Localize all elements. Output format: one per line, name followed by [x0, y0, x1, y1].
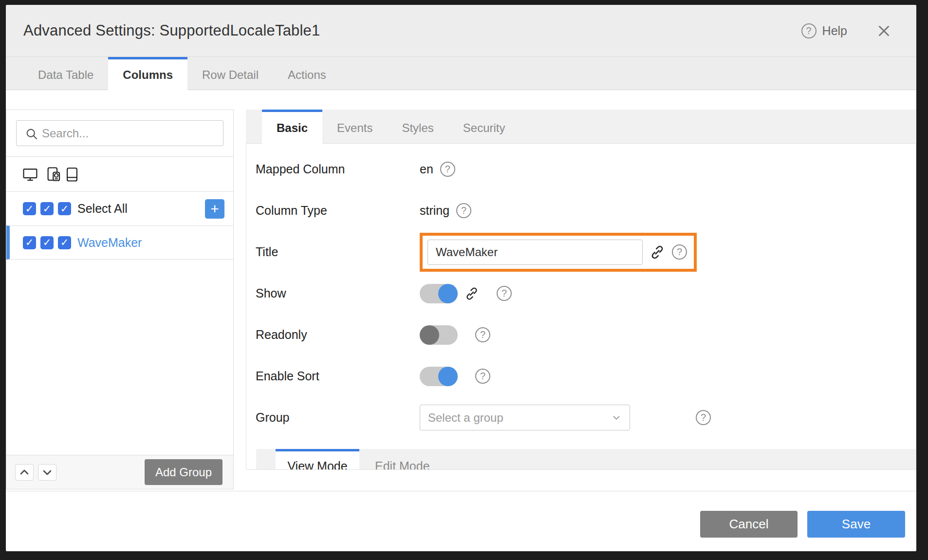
search-wrap — [6, 110, 233, 156]
tab-basic[interactable]: Basic — [262, 110, 322, 144]
tab-actions[interactable]: Actions — [273, 57, 341, 90]
properties-tabbar: Basic Events Styles Security — [246, 110, 916, 144]
field-label: Title — [256, 245, 420, 259]
checkbox-desktop-wavemaker[interactable] — [23, 236, 36, 249]
dialog-header: Advanced Settings: SupportedLocaleTable1… — [6, 5, 916, 56]
field-group: Group Select a group ? — [256, 397, 916, 438]
field-readonly: Readonly ? — [256, 314, 916, 355]
title-input[interactable] — [427, 240, 643, 265]
help-icon[interactable]: ? — [801, 23, 817, 38]
column-row-label: WaveMaker — [77, 236, 142, 250]
field-mapped-column: Mapped Column en ? — [256, 149, 916, 190]
enable-sort-toggle[interactable] — [420, 367, 458, 386]
help-label[interactable]: Help — [822, 24, 847, 38]
field-label: Mapped Column — [256, 162, 420, 176]
save-button[interactable]: Save — [807, 511, 905, 538]
tab-edit-mode[interactable]: Edit Mode — [359, 449, 445, 470]
dialog-tabbar: Data Table Columns Row Detail Actions — [6, 56, 916, 90]
checkbox-mobile-select-all[interactable] — [58, 202, 71, 215]
checkbox-tablet-wavemaker[interactable] — [40, 236, 54, 249]
column-properties-panel: Basic Events Styles Security Mapped Colu… — [246, 110, 916, 470]
header-actions: ? Help — [801, 23, 891, 38]
checkbox-desktop-select-all[interactable] — [23, 202, 36, 215]
tab-events[interactable]: Events — [322, 110, 387, 144]
select-all-label: Select All — [77, 202, 128, 216]
column-type-value: string — [420, 204, 449, 218]
mapped-column-value: en — [420, 162, 433, 176]
help-icon[interactable]: ? — [672, 244, 687, 260]
add-column-button[interactable]: + — [205, 199, 224, 219]
help-button[interactable]: ? Help — [801, 23, 847, 38]
checkbox-mobile-wavemaker[interactable] — [58, 236, 71, 249]
group-select[interactable]: Select a group — [420, 405, 630, 430]
help-icon[interactable]: ? — [440, 162, 455, 177]
cancel-button[interactable]: Cancel — [700, 511, 798, 538]
basic-tab-content: Mapped Column en ? Column Type string ? … — [246, 144, 916, 470]
tablet-icon — [45, 166, 62, 183]
advanced-settings-dialog: Advanced Settings: SupportedLocaleTable1… — [6, 5, 916, 551]
screen: { "header": { "title": "Advanced Setting… — [0, 0, 928, 560]
help-icon[interactable]: ? — [696, 410, 711, 425]
list-panel-footer: Add Group — [6, 455, 233, 489]
group-select-placeholder: Select a group — [428, 411, 503, 425]
field-show: Show ? — [256, 273, 916, 314]
tab-view-mode[interactable]: View Mode — [276, 449, 359, 470]
field-label: Enable Sort — [256, 369, 420, 383]
help-icon[interactable]: ? — [497, 286, 512, 301]
tab-security[interactable]: Security — [448, 110, 520, 144]
help-icon[interactable]: ? — [475, 327, 490, 342]
checkbox-tablet-select-all[interactable] — [40, 202, 54, 215]
column-row-wavemaker[interactable]: WaveMaker — [6, 225, 233, 260]
field-label: Show — [256, 286, 420, 300]
move-down-button[interactable] — [38, 464, 56, 481]
field-title: Title ? — [256, 231, 916, 273]
add-group-button[interactable]: Add Group — [145, 459, 223, 485]
field-enable-sort: Enable Sort ? — [256, 355, 916, 397]
help-icon[interactable]: ? — [456, 203, 471, 218]
field-label: Readonly — [256, 328, 420, 342]
tab-data-table[interactable]: Data Table — [23, 57, 108, 90]
close-icon[interactable] — [876, 23, 891, 38]
move-up-button[interactable] — [15, 464, 34, 481]
title-highlight-box: ? — [420, 233, 697, 272]
select-all-row: Select All + — [6, 191, 233, 225]
show-toggle[interactable] — [420, 284, 458, 303]
bind-link-icon[interactable] — [650, 244, 665, 260]
field-label: Group — [256, 411, 420, 425]
tab-columns[interactable]: Columns — [108, 57, 187, 90]
columns-list-panel: Select All + WaveMaker Add Group — [6, 110, 234, 489]
field-column-type: Column Type string ? — [256, 190, 916, 231]
dialog-footer: Cancel Save — [6, 491, 916, 551]
help-icon[interactable]: ? — [475, 369, 490, 384]
readonly-toggle[interactable] — [420, 325, 458, 345]
field-label: Column Type — [256, 204, 420, 218]
desktop-icon — [22, 166, 38, 183]
search-input[interactable] — [16, 120, 223, 146]
bind-link-icon[interactable] — [464, 286, 479, 301]
chevron-down-icon — [611, 412, 622, 423]
dialog-title: Advanced Settings: SupportedLocaleTable1 — [23, 22, 320, 39]
tab-styles[interactable]: Styles — [387, 110, 448, 144]
mode-tabbar: View Mode Edit Mode — [256, 449, 916, 470]
device-columns-header — [6, 156, 233, 191]
tab-row-detail[interactable]: Row Detail — [187, 57, 273, 90]
mobile-icon — [64, 166, 80, 183]
